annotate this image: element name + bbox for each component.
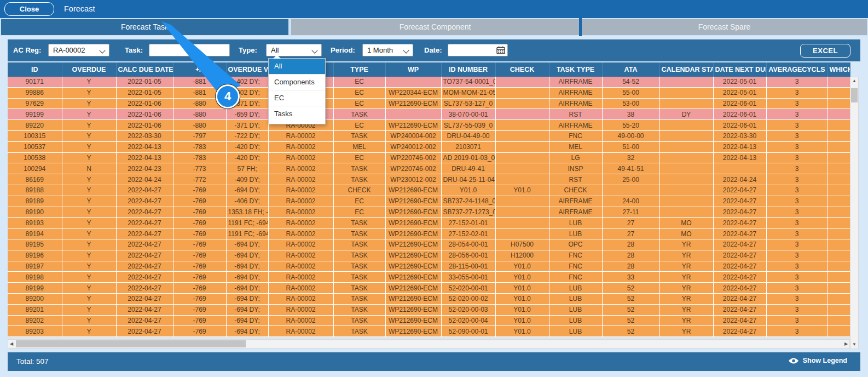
task-label: Task: (125, 46, 143, 54)
type-value: All (271, 46, 279, 54)
column-header[interactable]: CHECK (495, 62, 549, 77)
column-header[interactable]: WP (385, 62, 441, 77)
table-header-row: IDOVERDUECALC DUE DATE+/-OVERDUE VTYPEWP… (8, 62, 850, 77)
horizontal-scroll-thumb[interactable] (16, 340, 246, 347)
table-row[interactable]: 89200Y2022-04-27-769-694 DY;RA-00002TASK… (8, 293, 850, 304)
status-bar: Total: 507 Show Legend (8, 352, 860, 371)
table-row[interactable]: 89202Y2022-04-27-769-694 DY;RA-00002TASK… (8, 315, 850, 326)
show-legend-button[interactable]: Show Legend (788, 357, 847, 364)
tab-forecast-task[interactable]: Forecast Task (1, 19, 288, 35)
table-row[interactable]: 89199Y2022-04-27-769-694 DY;RA-00002TASK… (8, 283, 850, 294)
column-header[interactable]: AVERAGECYCLS (766, 62, 828, 77)
tab-forecast-spare[interactable]: Forecast Spare (582, 19, 867, 35)
column-header[interactable]: ATA (602, 62, 659, 77)
table-row[interactable]: 89190Y2022-04-27-7691353.18 FH; -406RA-0… (8, 207, 850, 218)
window-titlebar: Close Forecast (0, 0, 868, 18)
table-row[interactable]: 97629Y2022-01-06-880-371 DY;ECWP212690-E… (8, 98, 850, 109)
column-header[interactable]: TASK TYPE (549, 62, 602, 77)
table-row[interactable]: 100294N2022-04-23-77357 FH;RA-00002TASKW… (8, 163, 850, 174)
column-header[interactable]: CALENDAR STAR (659, 62, 713, 77)
scroll-right-arrow-icon[interactable]: ▶ (843, 340, 849, 348)
tab-forecast-component[interactable]: Forecast Component (291, 19, 579, 35)
table-row[interactable]: 89193Y2022-04-27-7691191 FC; -694 DYRA-0… (8, 218, 850, 229)
table-row[interactable]: 89196Y2022-04-27-769-694 DY;RA-00002TASK… (8, 250, 850, 261)
ac-reg-label: AC Reg: (13, 46, 41, 54)
type-dropdown-panel: AllComponentsECTasks (268, 58, 326, 124)
table-body: 90171Y2022-01-05-881-402 DY;ECTO737-54-0… (8, 77, 850, 337)
table-row[interactable]: 100315Y2022-03-30-797-722 DY;RA-00002TAS… (8, 130, 850, 141)
close-button[interactable]: Close (4, 2, 54, 16)
column-header[interactable]: +/- (173, 62, 226, 77)
task-input[interactable] (149, 44, 230, 56)
table-row[interactable]: 89197Y2022-04-27-769-694 DY;RA-00002TASK… (8, 261, 850, 272)
period-value: 1 Month (367, 46, 393, 54)
scroll-up-arrow-icon[interactable]: ▲ (850, 77, 858, 85)
vertical-scroll-thumb[interactable] (851, 88, 858, 102)
show-legend-label: Show Legend (803, 357, 847, 364)
table-row[interactable]: 100538Y2022-04-13-783-420 DY;RA-00002ECW… (8, 152, 850, 163)
tab-bar: Forecast Task Forecast Component Forecas… (0, 18, 868, 36)
type-option-all[interactable]: All (269, 59, 325, 74)
chevron-down-icon (99, 47, 105, 53)
date-label: Date: (424, 46, 442, 54)
column-header[interactable]: ID (8, 62, 62, 77)
column-header[interactable]: TYPE (333, 62, 385, 77)
total-count: Total: 507 (16, 357, 49, 365)
ac-reg-value: RA-00002 (53, 46, 85, 54)
vertical-scrollbar[interactable]: ▲ ▼ (850, 77, 859, 349)
forecast-table: IDOVERDUECALC DUE DATE+/-OVERDUE VTYPEWP… (8, 62, 850, 337)
eye-icon (788, 357, 799, 364)
chevron-down-icon (403, 47, 409, 53)
table-row[interactable]: 89195Y2022-04-27-769-694 DY;RA-00002TASK… (8, 239, 850, 250)
column-header[interactable]: DATE NEXT DUE (713, 62, 766, 77)
scroll-left-arrow-icon[interactable]: ◀ (8, 340, 15, 348)
table-row[interactable]: 89220Y2022-01-06-880-371 DY;RA-00002ECWP… (8, 120, 850, 131)
table-row[interactable]: 89188Y2022-04-27-769-694 DY;RA-00002CHEC… (8, 185, 850, 196)
calendar-icon[interactable] (496, 46, 505, 54)
column-header[interactable]: CALC DUE DATE (116, 62, 173, 77)
table-row[interactable]: 89203Y2022-04-27-769-694 DY;RA-00002TASK… (8, 326, 850, 337)
callout-number: 4 (224, 89, 231, 104)
table-row[interactable]: 89189Y2022-04-27-769-406 DY;RA-00002ECWP… (8, 196, 850, 207)
table-row[interactable]: 86169Y2022-04-24-772-409 DY;RA-00002TASK… (8, 174, 850, 185)
excel-button[interactable]: EXCEL (800, 44, 850, 58)
horizontal-scrollbar[interactable]: ◀ ▶ (8, 339, 850, 349)
filter-toolbar: AC Reg: RA-00002 Task: Type: All Period:… (8, 39, 860, 61)
table-row[interactable]: 89198Y2022-04-27-769-694 DY;RA-00002TASK… (8, 272, 850, 283)
type-option-tasks[interactable]: Tasks (269, 106, 325, 122)
table-row[interactable]: 89194Y2022-04-27-7691191 FC; -694 DYRA-0… (8, 229, 850, 239)
table-row[interactable]: 89201Y2022-04-27-769-694 DY;RA-00002TASK… (8, 304, 850, 315)
chevron-down-icon (311, 47, 317, 53)
period-select[interactable]: 1 Month (362, 44, 413, 56)
window-title: Forecast (64, 4, 95, 13)
date-input[interactable] (448, 44, 508, 56)
table-row[interactable]: 99199Y2022-01-06-880-659 DY;TASK38-070-0… (8, 109, 850, 120)
ac-reg-select[interactable]: RA-00002 (48, 44, 109, 56)
forecast-window: Close Forecast Forecast Task Forecast Co… (0, 0, 868, 377)
column-header[interactable]: OVERDUE V (226, 62, 268, 77)
column-header[interactable]: WHICHEV (828, 62, 850, 77)
type-option-ec[interactable]: EC (269, 90, 325, 106)
column-header[interactable]: ID NUMBER (441, 62, 495, 77)
column-header[interactable]: OVERDUE (62, 62, 116, 77)
scroll-down-arrow-icon[interactable]: ▼ (850, 341, 858, 349)
table-row[interactable]: 99886Y2022-01-05-881-402 DY;ECWP220344-E… (8, 87, 850, 98)
type-option-components[interactable]: Components (269, 74, 325, 90)
type-label: Type: (239, 46, 257, 54)
table-row[interactable]: 90171Y2022-01-05-881-402 DY;ECTO737-54-0… (8, 77, 850, 87)
table-row[interactable]: 100537Y2022-04-13-783-420 DY;RA-00002MEL… (8, 141, 850, 152)
callout-step-badge: 4 (216, 84, 240, 108)
period-label: Period: (331, 46, 355, 54)
